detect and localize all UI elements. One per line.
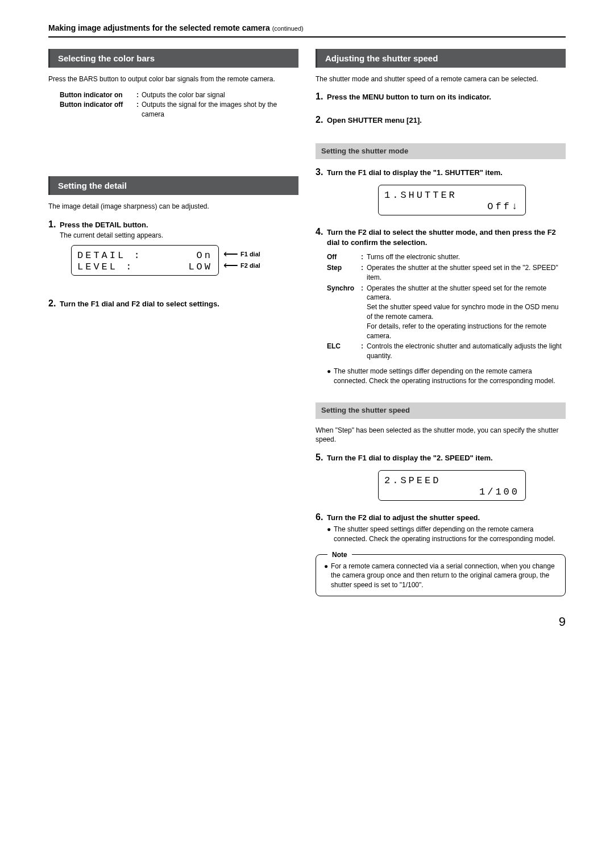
lcd-shutter-label: 1.SHUTTER bbox=[384, 189, 457, 200]
indicator-on-row: Button indicator on : Outputs the color … bbox=[60, 90, 298, 100]
subsection-shutter-mode: Setting the shutter mode bbox=[316, 143, 566, 159]
step-number: 5. bbox=[316, 451, 327, 464]
lcd-shutter-value: Off↓ bbox=[487, 200, 520, 211]
page-header-continued: (continued) bbox=[272, 25, 304, 32]
def-desc: Operates the shutter at the shutter spee… bbox=[367, 263, 566, 283]
subsection-shutter-speed: Setting the shutter speed bbox=[316, 402, 566, 418]
section-title-shutter: Adjusting the shutter speed bbox=[316, 49, 566, 68]
page-header: Making image adjustments for the selecte… bbox=[48, 23, 566, 38]
def-term: Off bbox=[327, 252, 361, 262]
left-column: Selecting the color bars Press the BARS … bbox=[48, 49, 298, 596]
indicator-off-row: Button indicator off : Outputs the signa… bbox=[60, 100, 298, 119]
def-desc: Turns off the electronic shutter. bbox=[367, 252, 566, 262]
step-title: Press the DETAIL button. bbox=[60, 220, 148, 230]
step-title: Open SHUTTER menu [21]. bbox=[327, 115, 422, 126]
def-off: Off : Turns off the electronic shutter. bbox=[327, 252, 566, 262]
bullet-icon: ● bbox=[324, 562, 331, 590]
def-term: Synchro bbox=[327, 284, 361, 341]
def-synchro: Synchro : Operates the shutter at the sh… bbox=[327, 284, 566, 341]
detail-step-1: 1. Press the DETAIL button. The current … bbox=[48, 218, 298, 280]
step-subtext: The current detail setting appears. bbox=[60, 231, 298, 240]
step-title: Turn the F1 dial and F2 dial to select s… bbox=[60, 299, 219, 309]
section-title-color-bars: Selecting the color bars bbox=[48, 49, 298, 68]
shutter-step-2: 2. Open SHUTTER menu [21]. bbox=[316, 114, 566, 126]
colon: : bbox=[134, 90, 142, 100]
indicator-on-desc: Outputs the color bar signal bbox=[142, 90, 225, 100]
step-number: 4. bbox=[316, 226, 327, 238]
detail-intro: The image detail (image sharpness) can b… bbox=[48, 202, 298, 211]
indicator-on-label: Button indicator on bbox=[60, 90, 134, 100]
step-title: Turn the F2 dial to select the shutter m… bbox=[327, 227, 566, 248]
note-title: Note bbox=[327, 550, 352, 560]
step-title: Turn the F1 dial to display the "1. SHUT… bbox=[327, 168, 503, 178]
step-number: 6. bbox=[316, 511, 327, 524]
note-item: ● For a remote camera connected via a se… bbox=[324, 562, 557, 590]
shutter-step-4: 4. Turn the F2 dial to select the shutte… bbox=[316, 226, 566, 386]
lcd-speed-value: 1/100 bbox=[479, 485, 520, 497]
note-box: Note ● For a remote camera connected via… bbox=[316, 554, 566, 596]
lcd-display-shutter-speed: 2.SPEED 1/100 bbox=[378, 470, 526, 501]
step-number: 1. bbox=[316, 90, 327, 103]
lcd-display-detail: DETAIL : On LEVEL : LOW bbox=[71, 245, 219, 276]
indicator-off-desc: Outputs the signal for the images shot b… bbox=[142, 100, 298, 119]
step-title: Turn the F1 dial to display the "2. SPEE… bbox=[327, 453, 493, 463]
bullet-icon: ● bbox=[327, 367, 334, 386]
shutter-step-5: 5. Turn the F1 dial to display the "2. S… bbox=[316, 451, 566, 500]
step-title: Turn the F2 dial to adjust the shutter s… bbox=[327, 513, 480, 523]
shutter-speed-intro: When "Step" has been selected as the shu… bbox=[316, 426, 566, 445]
lcd-detail-label: DETAIL : bbox=[77, 249, 142, 260]
shutter-step-6: 6. Turn the F2 dial to adjust the shutte… bbox=[316, 511, 566, 544]
shutter-speed-note: ● The shutter speed settings differ depe… bbox=[327, 525, 566, 544]
page-number: 9 bbox=[48, 613, 566, 631]
shutter-mode-note: ● The shutter mode settings differ depen… bbox=[327, 367, 566, 386]
shutter-step-1: 1. Press the MENU button to turn on its … bbox=[316, 90, 566, 103]
step-number: 1. bbox=[48, 218, 60, 231]
lcd-level-label: LEVEL : bbox=[77, 260, 134, 272]
detail-step-2: 2. Turn the F1 dial and F2 dial to selec… bbox=[48, 297, 298, 310]
right-column: Adjusting the shutter speed The shutter … bbox=[316, 49, 566, 596]
indicator-off-label: Button indicator off bbox=[60, 100, 134, 119]
step-number: 2. bbox=[48, 297, 60, 310]
f2-dial-label: ⟵ F2 dial bbox=[223, 260, 260, 272]
step-number: 3. bbox=[316, 166, 327, 178]
def-step: Step : Operates the shutter at the shutt… bbox=[327, 263, 566, 283]
step-number: 2. bbox=[316, 114, 327, 126]
lcd-detail-value: On bbox=[197, 249, 213, 260]
color-bars-intro: Press the BARS button to output color ba… bbox=[48, 74, 298, 84]
colon: : bbox=[134, 100, 142, 119]
lcd-speed-label: 2.SPEED bbox=[384, 474, 441, 485]
shutter-intro: The shutter mode and shutter speed of a … bbox=[316, 74, 566, 84]
def-desc: Operates the shutter at the shutter spee… bbox=[367, 284, 566, 341]
lcd-level-value: LOW bbox=[188, 260, 213, 272]
def-desc: Controls the electronic shutter and auto… bbox=[367, 342, 566, 361]
lcd-display-shutter-mode: 1.SHUTTER Off↓ bbox=[378, 185, 526, 215]
def-elc: ELC : Controls the electronic shutter an… bbox=[327, 342, 566, 361]
arrow-left-icon: ⟵ bbox=[223, 259, 238, 273]
def-term: Step bbox=[327, 263, 361, 283]
bullet-icon: ● bbox=[327, 525, 334, 544]
def-term: ELC bbox=[327, 342, 361, 361]
shutter-step-3: 3. Turn the F1 dial to display the "1. S… bbox=[316, 166, 566, 215]
section-title-detail: Setting the detail bbox=[48, 176, 298, 195]
page-header-title: Making image adjustments for the selecte… bbox=[48, 23, 270, 32]
step-title: Press the MENU button to turn on its ind… bbox=[327, 92, 491, 102]
